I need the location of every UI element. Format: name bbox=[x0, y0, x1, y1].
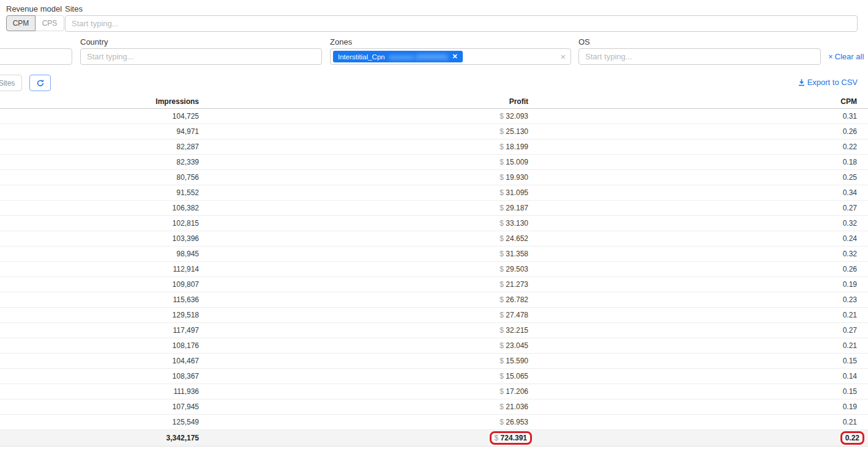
impressions-cell: 82,287 bbox=[0, 139, 199, 154]
revenue-model-cpm-button[interactable]: CPM bbox=[6, 15, 36, 31]
currency-symbol: $ bbox=[499, 387, 504, 396]
table-row[interactable]: 115,636 $ 26.782 0.23 bbox=[0, 292, 868, 307]
cpm-cell: 0.32 bbox=[528, 215, 868, 231]
refresh-icon bbox=[36, 79, 45, 87]
profit-cell: $ 21.273 bbox=[199, 276, 528, 292]
currency-symbol: $ bbox=[499, 295, 504, 304]
zones-filter-input[interactable]: Interstitial_Cpn xxxxxxx (0000000) ✕ × bbox=[330, 48, 571, 65]
zone-tag-remove-icon[interactable]: ✕ bbox=[452, 53, 458, 61]
impressions-cell: 109,807 bbox=[0, 276, 199, 292]
cpm-cell: 0.19 bbox=[528, 399, 868, 414]
profit-cell: $ 17.206 bbox=[199, 384, 528, 399]
table-row[interactable]: 129,518 $ 27.478 0.21 bbox=[0, 307, 868, 322]
impressions-cell: 115,636 bbox=[0, 292, 199, 307]
table-row[interactable]: 108,367 $ 15.065 0.14 bbox=[0, 368, 868, 384]
profit-cell: $ 18.199 bbox=[199, 139, 528, 154]
country-filter-label: Country bbox=[80, 37, 108, 46]
impressions-cell: 94,971 bbox=[0, 124, 199, 139]
table-row[interactable]: 111,936 $ 17.206 0.15 bbox=[0, 384, 868, 399]
currency-symbol: $ bbox=[499, 234, 504, 243]
profit-cell: $ 31.358 bbox=[199, 246, 528, 261]
currency-symbol: $ bbox=[499, 250, 504, 258]
cpm-cell: 0.21 bbox=[528, 338, 868, 353]
table-header-row: Impressions Profit CPM bbox=[0, 95, 868, 108]
table-row[interactable]: 125,549 $ 26.953 0.21 bbox=[0, 414, 868, 429]
revenue-model-label: Revenue model bbox=[6, 4, 62, 13]
total-profit-cell: $ 724.391 bbox=[199, 429, 528, 446]
table-row[interactable]: 112,914 $ 29.503 0.26 bbox=[0, 261, 868, 276]
clear-all-link[interactable]: × Clear all bbox=[828, 52, 864, 61]
header-cpm[interactable]: CPM bbox=[528, 95, 868, 108]
table-total-row: 3,342,175 $ 724.391 0.22 bbox=[0, 429, 868, 446]
impressions-cell: 104,725 bbox=[0, 108, 199, 124]
impressions-cell: 125,549 bbox=[0, 414, 199, 429]
table-row[interactable]: 102,815 $ 33.130 0.32 bbox=[0, 215, 868, 231]
currency-symbol: $ bbox=[499, 204, 504, 212]
revenue-model-cps-button[interactable]: CPS bbox=[35, 15, 64, 31]
cutoff-filter-input[interactable] bbox=[0, 48, 72, 65]
cpm-cell: 0.21 bbox=[528, 414, 868, 429]
cpm-cell: 0.32 bbox=[528, 246, 868, 261]
header-impressions[interactable]: Impressions bbox=[0, 95, 199, 108]
country-filter-input[interactable] bbox=[80, 48, 322, 65]
table-row[interactable]: 104,725 $ 32.093 0.31 bbox=[0, 108, 868, 124]
cpm-cell: 0.15 bbox=[528, 353, 868, 368]
cpm-cell: 0.18 bbox=[528, 154, 868, 169]
profit-cell: $ 24.652 bbox=[199, 231, 528, 246]
zones-clear-icon[interactable]: × bbox=[561, 52, 566, 62]
revenue-model-toggle: CPM CPS bbox=[6, 15, 64, 31]
sites-toolbar-button[interactable]: Sites bbox=[0, 75, 22, 91]
table-row[interactable]: 80,756 $ 19.930 0.25 bbox=[0, 169, 868, 185]
profit-cell: $ 23.045 bbox=[199, 338, 528, 353]
total-impressions-cell: 3,342,175 bbox=[0, 429, 199, 446]
table-row[interactable]: 117,497 $ 32.215 0.27 bbox=[0, 322, 868, 338]
table-row[interactable]: 108,176 $ 23.045 0.21 bbox=[0, 338, 868, 353]
currency-symbol: $ bbox=[499, 311, 504, 319]
table-row[interactable]: 106,382 $ 29.187 0.27 bbox=[0, 200, 868, 215]
export-csv-link[interactable]: Export to CSV bbox=[798, 78, 858, 87]
profit-cell: $ 31.095 bbox=[199, 185, 528, 200]
header-profit[interactable]: Profit bbox=[199, 95, 528, 108]
table-row[interactable]: 82,339 $ 15.009 0.18 bbox=[0, 154, 868, 169]
impressions-cell: 107,945 bbox=[0, 399, 199, 414]
impressions-cell: 108,176 bbox=[0, 338, 199, 353]
impressions-cell: 108,367 bbox=[0, 368, 199, 384]
profit-annotation-box: $ 724.391 bbox=[490, 431, 532, 445]
impressions-cell: 91,552 bbox=[0, 185, 199, 200]
profit-cell: $ 26.953 bbox=[199, 414, 528, 429]
table-row[interactable]: 91,552 $ 31.095 0.34 bbox=[0, 185, 868, 200]
impressions-cell: 117,497 bbox=[0, 322, 199, 338]
cpm-cell: 0.26 bbox=[528, 261, 868, 276]
table-row[interactable]: 82,287 $ 18.199 0.22 bbox=[0, 139, 868, 154]
currency-symbol: $ bbox=[499, 326, 504, 335]
cpm-cell: 0.31 bbox=[528, 108, 868, 124]
table-row[interactable]: 94,971 $ 25.130 0.26 bbox=[0, 124, 868, 139]
currency-symbol: $ bbox=[499, 418, 504, 426]
cpm-cell: 0.23 bbox=[528, 292, 868, 307]
table-row[interactable]: 109,807 $ 21.273 0.19 bbox=[0, 276, 868, 292]
zone-tag-label: Interstitial_Cpn bbox=[338, 53, 385, 61]
os-filter-input[interactable] bbox=[578, 48, 821, 65]
profit-cell: $ 32.215 bbox=[199, 322, 528, 338]
table-row[interactable]: 103,396 $ 24.652 0.24 bbox=[0, 231, 868, 246]
os-filter-label: OS bbox=[578, 37, 590, 46]
profit-cell: $ 29.187 bbox=[199, 200, 528, 215]
table-row[interactable]: 98,945 $ 31.358 0.32 bbox=[0, 246, 868, 261]
currency-symbol: $ bbox=[499, 112, 504, 121]
currency-symbol: $ bbox=[499, 341, 504, 350]
profit-cell: $ 19.930 bbox=[199, 169, 528, 185]
table-row[interactable]: 107,945 $ 21.036 0.19 bbox=[0, 399, 868, 414]
table-row[interactable]: 104,467 $ 15.590 0.15 bbox=[0, 353, 868, 368]
currency-symbol: $ bbox=[499, 143, 504, 151]
currency-symbol: $ bbox=[499, 219, 504, 228]
refresh-button[interactable] bbox=[29, 75, 51, 91]
total-profit-value: 724.391 bbox=[501, 434, 527, 442]
cpm-cell: 0.27 bbox=[528, 200, 868, 215]
sites-filter-input[interactable] bbox=[65, 15, 858, 32]
profit-cell: $ 32.093 bbox=[199, 108, 528, 124]
currency-symbol: $ bbox=[495, 434, 499, 442]
profit-cell: $ 15.009 bbox=[199, 154, 528, 169]
total-cpm-cell: 0.22 bbox=[528, 429, 868, 446]
currency-symbol: $ bbox=[499, 158, 504, 166]
zones-filter-label: Zones bbox=[330, 37, 352, 46]
